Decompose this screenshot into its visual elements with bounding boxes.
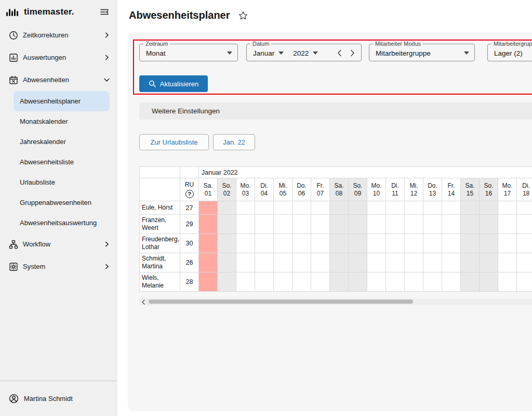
absence-cell[interactable] <box>255 201 274 215</box>
sidebar-subitem-abwesenheitsplaner[interactable]: Abwesenheitsplaner <box>14 91 110 111</box>
absence-cell[interactable] <box>367 234 386 253</box>
absence-cell[interactable] <box>236 201 255 215</box>
absence-cell[interactable] <box>498 234 517 253</box>
mitarbeiter-modus-select[interactable]: Mitarbeiter Modus Mitarbeitergruppe <box>369 41 475 61</box>
absence-cell[interactable] <box>517 215 532 234</box>
month-select[interactable]: Januar <box>253 49 274 57</box>
absence-cell[interactable] <box>236 215 255 234</box>
sidebar-item-workflow[interactable]: Workflow <box>0 233 117 255</box>
horizontal-scrollbar[interactable] <box>139 298 532 305</box>
absence-cell[interactable] <box>442 215 461 234</box>
sidebar-subitem-jahreskalender[interactable]: Jahreskalender <box>14 132 110 152</box>
next-month-button[interactable] <box>350 49 355 57</box>
absence-cell[interactable] <box>255 215 274 234</box>
absence-cell[interactable] <box>423 234 442 253</box>
absence-cell[interactable] <box>349 272 367 292</box>
absence-cell[interactable] <box>330 215 349 234</box>
absence-cell[interactable] <box>349 234 367 253</box>
absence-cell[interactable] <box>423 253 442 272</box>
absence-cell[interactable] <box>349 215 367 234</box>
absence-cell[interactable] <box>386 201 405 215</box>
absence-cell[interactable] <box>292 215 311 234</box>
absence-cell[interactable] <box>461 201 480 215</box>
absence-cell[interactable] <box>498 201 517 215</box>
absence-cell[interactable] <box>236 272 255 292</box>
absence-cell[interactable] <box>330 234 349 253</box>
year-select[interactable]: 2022 <box>293 49 309 57</box>
mitarbeitergruppe-select[interactable]: Mitarbeitergruppe Lager (2) <box>487 41 532 61</box>
sidebar-subitem-abwesenheitsauswertung[interactable]: Abwesenheitsauswertung <box>14 213 110 233</box>
help-icon[interactable]: ? <box>185 190 194 198</box>
absence-cell[interactable] <box>480 215 498 234</box>
sidebar-item-zeitkorrekturen[interactable]: Zeitkorrekturen <box>0 24 117 46</box>
absence-cell[interactable] <box>517 234 532 253</box>
absence-cell[interactable] <box>330 253 349 272</box>
absence-cell[interactable] <box>218 253 236 272</box>
absence-cell[interactable] <box>199 272 218 292</box>
absence-cell[interactable] <box>236 253 255 272</box>
absence-cell[interactable] <box>367 272 386 292</box>
absence-cell[interactable] <box>480 253 498 272</box>
sidebar-subitem-monatskalender[interactable]: Monatskalender <box>14 111 110 132</box>
zeitraum-select[interactable]: Zeitraum Monat <box>139 41 238 61</box>
absence-cell[interactable] <box>386 272 405 292</box>
absence-cell[interactable] <box>330 201 349 215</box>
absence-cell[interactable] <box>461 234 480 253</box>
absence-cell[interactable] <box>311 272 330 292</box>
absence-cell[interactable] <box>311 201 330 215</box>
sidebar-subitem-gruppenabwesenheiten[interactable]: Gruppenabwesenheiten <box>14 192 110 213</box>
absence-cell[interactable] <box>442 272 461 292</box>
previous-month-button[interactable] <box>337 49 342 57</box>
absence-cell[interactable] <box>311 253 330 272</box>
absence-cell[interactable] <box>274 234 292 253</box>
absence-cell[interactable] <box>517 253 532 272</box>
absence-cell[interactable] <box>274 215 292 234</box>
aktualisieren-button[interactable]: Aktualisieren <box>139 75 208 92</box>
absence-cell[interactable] <box>199 253 218 272</box>
scroll-left-arrow-icon[interactable] <box>141 300 145 305</box>
sidebar-item-auswertungen[interactable]: Auswertungen <box>0 46 117 69</box>
absence-cell[interactable] <box>292 272 311 292</box>
absence-cell[interactable] <box>498 253 517 272</box>
absence-cell[interactable] <box>386 253 405 272</box>
absence-cell[interactable] <box>292 201 311 215</box>
absence-cell[interactable] <box>517 272 532 292</box>
absence-cell[interactable] <box>405 201 423 215</box>
absence-cell[interactable] <box>423 201 442 215</box>
zur-urlaubsliste-button[interactable]: Zur Urlaubsliste <box>139 134 209 150</box>
absence-cell[interactable] <box>367 215 386 234</box>
absence-cell[interactable] <box>349 201 367 215</box>
absence-cell[interactable] <box>255 253 274 272</box>
absence-cell[interactable] <box>311 215 330 234</box>
favorite-star-icon[interactable] <box>238 10 248 21</box>
absence-cell[interactable] <box>423 272 442 292</box>
absence-cell[interactable] <box>405 272 423 292</box>
absence-cell[interactable] <box>386 234 405 253</box>
absence-cell[interactable] <box>498 215 517 234</box>
absence-cell[interactable] <box>461 215 480 234</box>
absence-cell[interactable] <box>349 253 367 272</box>
absence-cell[interactable] <box>236 234 255 253</box>
absence-cell[interactable] <box>255 272 274 292</box>
absence-cell[interactable] <box>480 272 498 292</box>
absence-cell[interactable] <box>218 215 236 234</box>
absence-cell[interactable] <box>199 234 218 253</box>
absence-cell[interactable] <box>461 253 480 272</box>
absence-cell[interactable] <box>517 201 532 215</box>
absence-cell[interactable] <box>199 201 218 215</box>
absence-cell[interactable] <box>274 272 292 292</box>
absence-cell[interactable] <box>292 234 311 253</box>
month-shortcut-button[interactable]: Jan. 22 <box>213 134 255 150</box>
absence-cell[interactable] <box>255 234 274 253</box>
absence-cell[interactable] <box>367 253 386 272</box>
absence-cell[interactable] <box>274 201 292 215</box>
sidebar-collapse-icon[interactable] <box>100 7 109 17</box>
absence-cell[interactable] <box>405 215 423 234</box>
absence-cell[interactable] <box>405 253 423 272</box>
absence-cell[interactable] <box>218 201 236 215</box>
sidebar-item-system[interactable]: System <box>0 255 117 278</box>
absence-cell[interactable] <box>480 201 498 215</box>
sidebar-subitem-abwesenheitsliste[interactable]: Abwesenheitsliste <box>14 152 110 172</box>
absence-cell[interactable] <box>330 272 349 292</box>
absence-cell[interactable] <box>442 234 461 253</box>
